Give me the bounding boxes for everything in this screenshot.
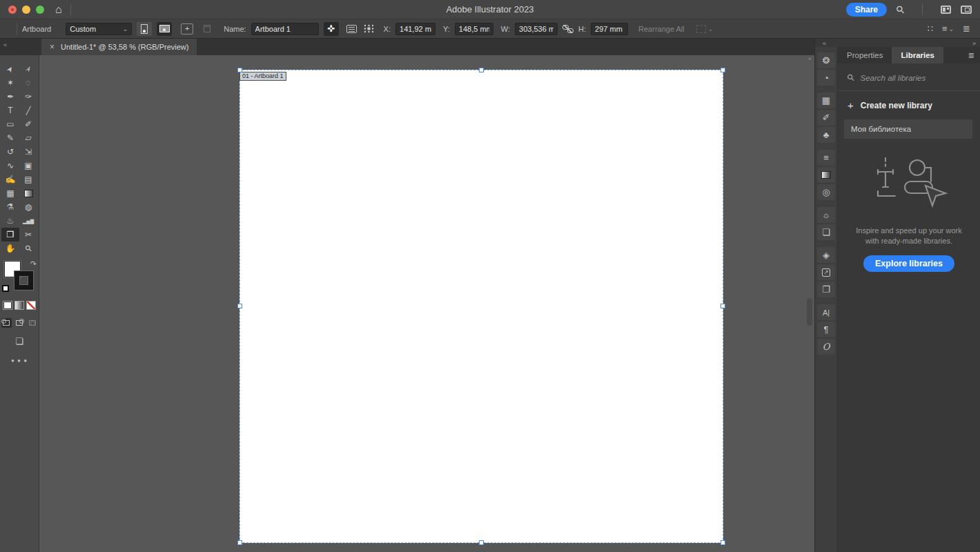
tool-gradient[interactable] <box>19 186 37 200</box>
workspace-switcher-icon[interactable]: ≡⌄ <box>942 23 954 34</box>
height-input[interactable] <box>591 23 628 35</box>
portrait-orientation-button[interactable] <box>137 22 152 36</box>
tool-direct-selection[interactable]: ➢ <box>19 62 37 76</box>
color-button[interactable] <box>3 301 12 310</box>
close-window-button[interactable] <box>8 6 17 14</box>
panel-gradient[interactable] <box>817 167 835 183</box>
tool-symbol-sprayer[interactable]: ♨ <box>1 214 19 228</box>
tool-zoom[interactable]: ⚲ <box>19 241 37 255</box>
library-search-input[interactable] <box>861 74 964 82</box>
tool-scale[interactable]: ⇲ <box>19 145 37 159</box>
panel-character[interactable]: A| <box>817 304 835 320</box>
scroll-up-icon[interactable]: ⌃ <box>807 57 812 64</box>
library-list-item[interactable]: Моя библиотека <box>844 119 972 139</box>
tool-pencil[interactable]: ✎ <box>1 131 19 145</box>
arrange-documents-icon[interactable]: ∷ <box>928 23 933 34</box>
search-icon[interactable]: ⚲ <box>893 2 908 17</box>
tool-selection[interactable]: ➤ <box>1 62 19 76</box>
panel-color-icon[interactable]: ❂ <box>817 52 835 68</box>
collapse-dock-icon[interactable]: « <box>823 40 825 47</box>
move-artboard-button[interactable]: ✜ <box>324 22 339 36</box>
tool-curvature[interactable]: ✑ <box>19 90 37 103</box>
artboard-handle[interactable] <box>479 68 484 72</box>
new-artboard-button[interactable]: + <box>181 23 193 34</box>
create-new-library-button[interactable]: + Create new library <box>838 91 980 119</box>
x-input[interactable] <box>395 23 435 35</box>
tab-libraries[interactable]: Libraries <box>892 47 943 63</box>
artboard-name-badge[interactable]: 01 - Artboard 1 <box>239 72 286 81</box>
panel-menu-icon[interactable]: ≣ <box>968 52 974 59</box>
panel-brushes[interactable]: ✐ <box>817 110 835 126</box>
explore-libraries-button[interactable]: Explore libraries <box>863 255 954 272</box>
edit-toolbar-icon[interactable]: ● ● ● <box>11 357 28 364</box>
y-input[interactable] <box>455 23 493 35</box>
stroke-color-swatch[interactable] <box>14 271 33 290</box>
document-tab[interactable]: × Untitled-1* @ 53,58 % (RGB/Preview) <box>41 39 197 55</box>
draw-normal-button[interactable] <box>1 318 12 328</box>
artboard-handle[interactable] <box>237 304 242 308</box>
tool-slice[interactable]: ✂ <box>19 228 37 241</box>
width-input[interactable] <box>515 23 558 35</box>
tool-pen[interactable]: ✒ <box>1 90 19 103</box>
landscape-orientation-button[interactable] <box>157 22 172 36</box>
screen-mode-icon[interactable]: ❏ <box>15 336 23 346</box>
gradient-button[interactable] <box>14 301 24 310</box>
swap-fill-stroke-icon[interactable]: ↷ <box>30 259 37 268</box>
tool-eraser[interactable]: ▱ <box>19 131 37 145</box>
tool-lasso[interactable]: ◌ <box>19 76 37 90</box>
close-document-icon[interactable]: × <box>50 42 55 52</box>
vertical-scrollbar[interactable] <box>807 298 812 326</box>
default-fill-stroke-icon[interactable] <box>3 286 9 292</box>
tool-shaper[interactable]: ✍ <box>1 172 19 186</box>
tool-rotate[interactable]: ↺ <box>1 145 19 159</box>
unlink-dimensions-icon[interactable] <box>562 25 574 33</box>
tool-eyedropper[interactable]: ⚗ <box>1 200 19 214</box>
minimize-window-button[interactable] <box>22 6 30 14</box>
tool-paintbrush[interactable]: ✐ <box>19 117 37 131</box>
canvas[interactable]: 01 - Artboard 1 ⌃ <box>39 55 814 552</box>
control-menu-icon[interactable]: ≣ <box>963 23 970 34</box>
tool-perspective-grid[interactable]: ▤ <box>19 172 37 186</box>
tool-column-graph[interactable]: ▂▅▇ <box>19 214 37 228</box>
expand-dock-icon[interactable]: » <box>972 40 975 47</box>
artboard-options-icon[interactable] <box>346 25 357 33</box>
panel-drag-handle[interactable]: ······ <box>12 58 26 61</box>
tool-line-segment[interactable]: ╱ <box>19 103 37 117</box>
artboard-name-input[interactable] <box>251 23 319 35</box>
home-icon[interactable]: ⌂ <box>55 4 62 15</box>
panel-drag-handle[interactable]: ······ <box>819 48 833 50</box>
artboard-handle[interactable] <box>721 304 725 308</box>
panel-appearance[interactable]: ☼ <box>817 207 835 223</box>
preset-dropdown[interactable]: Custom ⌄ <box>66 23 132 35</box>
share-button[interactable]: Share <box>846 3 887 17</box>
draw-inside-button[interactable] <box>28 318 38 328</box>
tool-free-transform[interactable]: ▣ <box>19 159 37 172</box>
panel-swatches[interactable]: ▦ <box>817 92 835 108</box>
draw-behind-button[interactable] <box>14 318 25 328</box>
panel-export[interactable]: ↗ <box>817 264 835 280</box>
collapse-tools-icon[interactable]: « <box>3 41 6 48</box>
workspace-layout-icon[interactable] <box>961 6 972 14</box>
panel-layers[interactable]: ◈ <box>817 247 835 263</box>
tool-rectangle[interactable]: ▭ <box>1 117 19 131</box>
reference-point-grid[interactable] <box>363 23 375 34</box>
panel-paragraph[interactable]: ¶ <box>817 322 835 337</box>
artboard-handle[interactable] <box>237 68 242 72</box>
tool-blend[interactable]: ◍ <box>19 200 37 214</box>
tool-artboard[interactable]: ❐ <box>1 228 19 241</box>
artboard-handle[interactable] <box>721 68 725 72</box>
panel-color-guide[interactable]: ◔ <box>817 70 835 86</box>
panel-symbols[interactable]: ♣ <box>817 127 835 143</box>
zoom-window-button[interactable] <box>36 6 44 14</box>
tool-type[interactable]: T <box>1 103 19 117</box>
tool-hand[interactable]: ✋ <box>1 241 19 255</box>
panel-transparency[interactable]: ◎ <box>817 184 835 200</box>
artboard-handle[interactable] <box>237 540 242 545</box>
none-button[interactable] <box>26 301 36 310</box>
artboard-handle[interactable] <box>479 540 484 545</box>
arrange-documents-icon[interactable] <box>941 6 951 14</box>
artboard-handle[interactable] <box>721 540 725 545</box>
tool-mesh[interactable]: ▦ <box>1 186 19 200</box>
artboard[interactable]: 01 - Artboard 1 <box>239 70 723 543</box>
panel-graphic-styles[interactable]: ❏ <box>817 224 835 240</box>
